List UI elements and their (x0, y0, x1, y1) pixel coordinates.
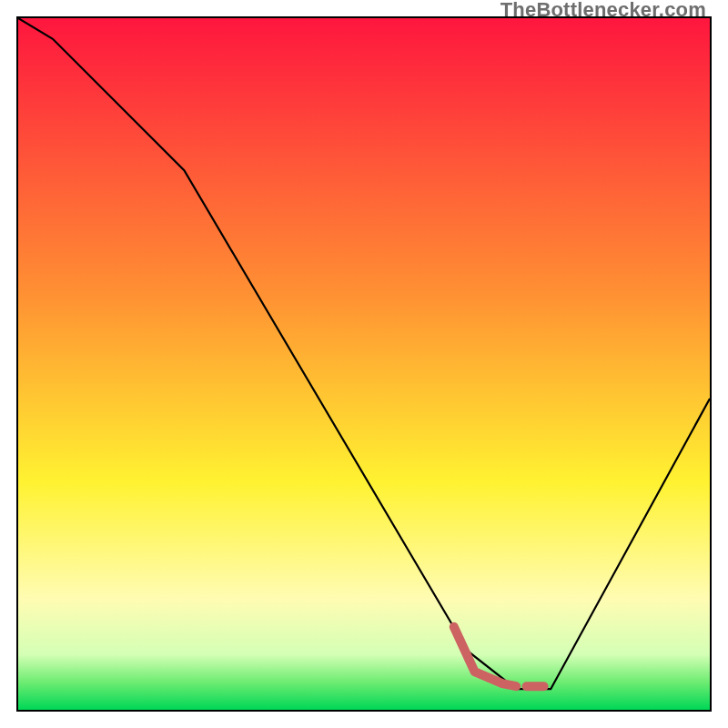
plot-frame (16, 16, 712, 712)
gradient-background (18, 18, 710, 710)
plot-svg (18, 18, 710, 710)
attribution-text: TheBottlenecker.com (500, 0, 706, 22)
